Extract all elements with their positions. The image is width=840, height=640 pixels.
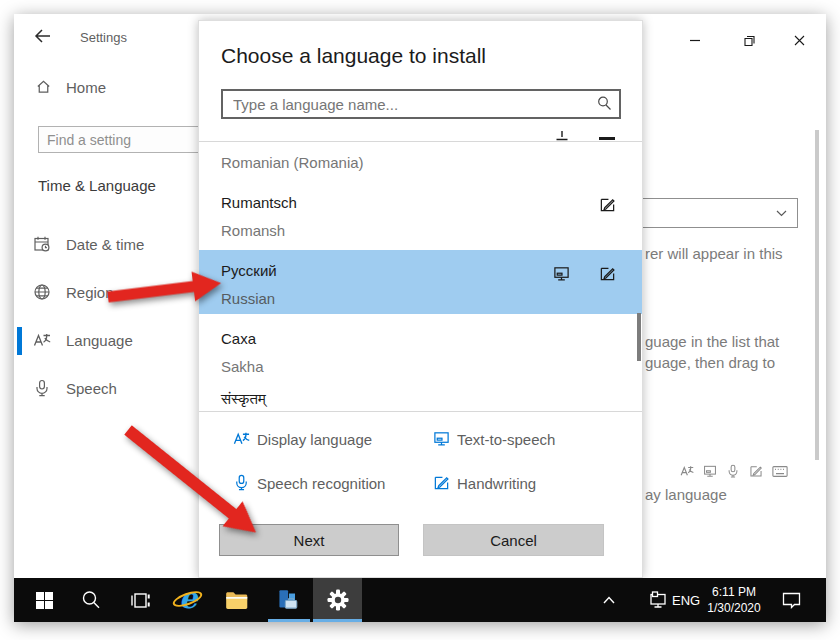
chevron-up-icon [602,595,616,605]
sidebar-region-label: Region [66,284,114,301]
sidebar-date-time-label: Date & time [66,236,144,253]
legend-label: Display language [257,431,372,448]
input-indicator-button[interactable] [646,589,668,611]
start-button[interactable] [20,578,68,622]
keyboard-icon [772,465,788,478]
action-center-button[interactable] [778,589,804,611]
background-text-fragment: guage in the list that [645,333,779,350]
handwriting-icon [749,464,763,478]
cancel-button[interactable]: Cancel [423,524,604,556]
task-view-button[interactable] [116,578,164,622]
language-list: Romanian (Romania) Rumantsch Romansh Рус… [199,141,642,412]
file-explorer-icon [224,588,250,612]
calendar-clock-icon [33,235,51,253]
tray-language-indicator[interactable]: ENG [672,593,700,608]
legend-label: Text-to-speech [457,431,555,448]
home-icon [35,78,52,95]
language-row-english[interactable]: Russian [221,290,275,307]
open-app-indicator [313,619,362,622]
language-row-english[interactable]: Romanian (Romania) [221,154,364,171]
language-app-button[interactable] [263,578,311,622]
app-title: Settings [80,30,127,45]
taskbar: e ENG 6:11 PM 1/30/2020 [14,578,826,622]
settings-gear-icon [326,588,350,612]
speech-recognition-icon [233,474,250,491]
search-icon [597,96,612,111]
dialog-title: Choose a language to install [221,44,486,68]
find-setting-input[interactable] [38,126,199,153]
close-button[interactable] [782,28,816,52]
language-row-english[interactable]: Sakha [221,358,264,375]
back-button[interactable] [32,27,54,47]
settings-gear-button[interactable] [313,578,362,622]
tray-clock[interactable]: 6:11 PM 1/30/2020 [703,584,765,616]
background-text-fragment: guage, then drag to [645,354,775,371]
text-to-speech-icon [553,265,570,282]
minimize-button[interactable] [678,28,712,52]
language-app-icon [274,587,300,613]
input-indicator-icon [647,590,668,610]
sidebar-item-speech[interactable]: Speech [14,369,198,409]
chevron-down-icon [776,210,787,217]
open-app-indicator [268,619,310,622]
language-row-native[interactable]: Rumantsch [221,194,297,211]
language-row-native[interactable]: Caxa [221,330,256,347]
minimize-icon [689,34,701,46]
microphone-icon [33,379,51,397]
handwriting-icon [599,196,616,213]
windows-logo-icon [35,591,54,610]
display-language-icon [233,430,250,447]
list-scrollbar-thumb[interactable] [637,313,641,361]
action-center-icon [781,591,802,610]
handwriting-icon-partial [599,137,615,140]
background-text-fragment: rer will appear in this [645,245,783,262]
handwriting-icon [599,265,616,282]
internet-explorer-button[interactable]: e [164,578,212,622]
show-hidden-icons-button[interactable] [598,590,620,610]
back-arrow-icon [34,28,52,44]
file-explorer-button[interactable] [213,578,261,622]
display-language-dropdown[interactable] [643,198,798,228]
text-to-speech-icon [703,464,717,478]
restore-button[interactable] [732,28,766,52]
task-view-icon [130,591,151,610]
internet-explorer-icon: e [173,585,203,615]
settings-window: Settings Home Time & Language Date & tim… [14,14,826,578]
sidebar-section-title: Time & Language [38,177,156,194]
sidebar-item-region[interactable]: Region [14,273,198,313]
selection-accent-bar [17,327,22,355]
tray-date: 1/30/2020 [703,600,765,616]
language-icon [33,331,51,349]
tray-time: 6:11 PM [703,584,765,600]
handwriting-icon [433,474,450,491]
restore-icon [743,34,756,47]
sidebar-item-date-time[interactable]: Date & time [14,225,198,265]
taskbar-search-button[interactable] [67,578,115,622]
background-scrollbar[interactable] [815,130,819,460]
language-row-english[interactable]: Romansh [221,222,285,239]
legend-label: Handwriting [457,475,536,492]
close-icon [793,34,806,47]
sidebar-item-language[interactable]: Language [14,321,198,361]
language-search-input[interactable] [221,89,621,119]
text-to-speech-icon-partial [553,131,571,141]
search-icon [81,590,101,610]
language-row-native-selected[interactable]: Русский [221,262,277,279]
sidebar-language-label: Language [66,332,133,349]
sidebar-home-label: Home [66,79,106,96]
microphone-icon [726,464,740,478]
next-button[interactable]: Next [219,524,399,556]
language-feature-icons-row [680,464,788,478]
add-language-dialog: Choose a language to install Romanian (R… [198,20,643,578]
language-row-native[interactable]: संस्कृतम् [221,390,266,408]
background-text-fragment: ay language [645,486,727,503]
globe-icon [33,283,51,301]
captured-screen: Settings Home Time & Language Date & tim… [14,14,826,622]
display-language-icon [680,464,694,478]
text-to-speech-icon [433,430,450,447]
sidebar-item-home[interactable]: Home [14,76,198,102]
legend-label: Speech recognition [257,475,385,492]
sidebar-speech-label: Speech [66,380,117,397]
